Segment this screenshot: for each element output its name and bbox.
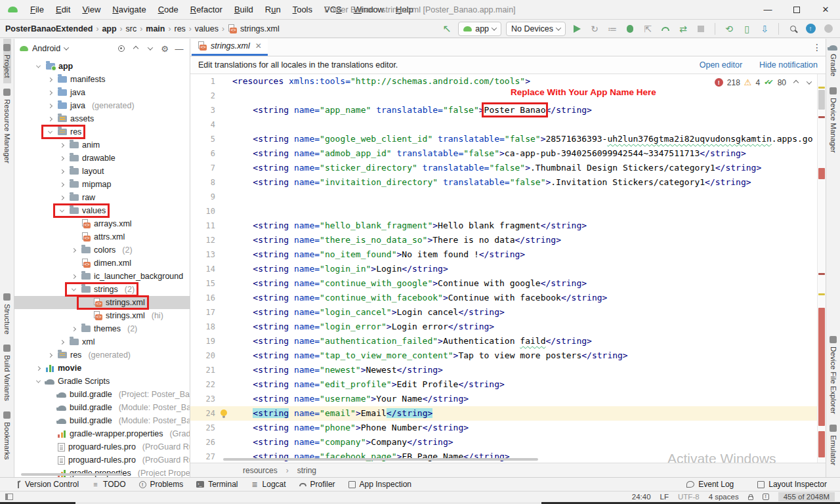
sidebar-item-structure[interactable]: Structure: [3, 288, 11, 340]
toolwin-version-control[interactable]: Version Control: [16, 480, 79, 489]
close-tab-icon[interactable]: ✕: [255, 41, 262, 51]
code-line-24[interactable]: 24 <string name="email">Email</string>: [190, 406, 826, 421]
chevron-down-icon[interactable]: [45, 131, 54, 134]
line-ending[interactable]: LF: [660, 493, 669, 501]
code-line-10[interactable]: 10: [190, 204, 826, 219]
prev-issue-icon[interactable]: [793, 79, 799, 85]
code-line-22[interactable]: 22 <string name="edit_profile">Edit Prof…: [190, 377, 826, 392]
chevron-right-icon[interactable]: [69, 249, 78, 252]
back-arrow-icon[interactable]: ↖: [440, 22, 453, 35]
toolwin-layout-inspector[interactable]: Layout Inspector: [757, 480, 827, 489]
chevron-right-icon[interactable]: [45, 91, 54, 94]
code-line-21[interactable]: 21 <string name="newest">Newest</string>: [190, 363, 826, 377]
chevron-right-icon[interactable]: [57, 341, 66, 344]
chevron-right-icon[interactable]: [57, 183, 66, 186]
project-horizontal-scrollbar[interactable]: [21, 473, 123, 476]
tree-item-strings-xml[interactable]: <>strings.xml(hi): [14, 309, 190, 322]
notification-icon[interactable]: !: [763, 494, 769, 500]
code-line-27[interactable]: 27 <string name="facebook_page">FB Page …: [190, 450, 826, 463]
menu-file[interactable]: File: [24, 0, 50, 20]
code-line-17[interactable]: 17 <string name="login_cancel">Login can…: [190, 305, 826, 320]
tree-item-raw[interactable]: raw: [14, 191, 190, 204]
profiler-button[interactable]: [659, 22, 672, 35]
chevron-right-icon[interactable]: [57, 170, 66, 173]
code-line-7[interactable]: 7 <string name="sticker_directory" trans…: [190, 161, 826, 175]
tool-window-switcher-icon[interactable]: [5, 494, 13, 500]
code-line-13[interactable]: 13 <string name="no_item_found">No item …: [190, 247, 826, 262]
tree-item-colors[interactable]: colors(2): [14, 243, 190, 257]
debug-button[interactable]: [623, 22, 637, 35]
sidebar-item-resource-manager[interactable]: Resource Manager: [3, 83, 11, 169]
chevron-right-icon[interactable]: [69, 327, 78, 331]
expand-all-button[interactable]: [131, 43, 141, 54]
code-line-11[interactable]: 11 <string name="hello_blank_fragment">H…: [190, 219, 826, 233]
tree-item-res[interactable]: res: [14, 125, 190, 138]
profile-button[interactable]: [822, 22, 835, 35]
toolwin-problems[interactable]: !Problems: [139, 480, 184, 489]
collapse-all-button[interactable]: [145, 43, 156, 54]
project-view-selector[interactable]: Android: [32, 44, 60, 53]
minimize-button[interactable]: —: [753, 0, 782, 20]
tree-item-anim[interactable]: anim: [14, 138, 190, 152]
code-line-15[interactable]: 15 <string name="continue_with_google">C…: [190, 276, 826, 291]
chevron-right-icon[interactable]: [45, 117, 54, 121]
run-configuration-select[interactable]: app: [458, 22, 501, 36]
chevron-right-icon[interactable]: [57, 144, 66, 147]
tree-item-app[interactable]: app: [14, 60, 190, 73]
tree-item-manifests[interactable]: manifests: [14, 73, 190, 86]
sidebar-item-bookmarks[interactable]: Bookmarks: [3, 406, 11, 465]
chevron-right-icon[interactable]: [45, 104, 54, 108]
chevron-right-icon[interactable]: [45, 78, 54, 81]
tree-item-gradle-scripts[interactable]: Gradle Scripts: [14, 375, 190, 388]
code-line-6[interactable]: 6 <string name="admob_app_id" translatab…: [190, 146, 826, 161]
code-line-14[interactable]: 14 <string name="login_in">Login</string…: [190, 262, 826, 276]
chevron-right-icon[interactable]: [33, 367, 43, 370]
breadcrumb-item[interactable]: app: [102, 24, 116, 33]
sidebar-item-project[interactable]: Project: [3, 39, 11, 83]
device-select[interactable]: No Devices: [506, 22, 566, 36]
sidebar-item-device-file-explorer[interactable]: Device File Explorer: [830, 331, 837, 419]
menu-view[interactable]: View: [76, 0, 106, 20]
breadcrumb-item[interactable]: res: [174, 24, 185, 33]
tree-item-drawable[interactable]: drawable: [14, 152, 190, 165]
code-line-2[interactable]: 2: [190, 89, 826, 103]
tree-item-proguard-rules-pro[interactable]: proguard-rules.pro(ProGuard Rules for: [14, 453, 190, 467]
menu-tools[interactable]: Tools: [287, 0, 318, 20]
code-line-19[interactable]: 19 <string name="authentication_failed">…: [190, 334, 826, 348]
caret-position[interactable]: 24:40: [632, 493, 651, 501]
toolwin-terminal[interactable]: ›_Terminal: [196, 480, 238, 489]
sidebar-item-gradle[interactable]: Gradle: [829, 39, 837, 82]
menu-build[interactable]: Build: [228, 0, 259, 20]
code-line-3[interactable]: 3 <string name="app_name" translatable="…: [190, 103, 826, 117]
chevron-right-icon[interactable]: [69, 275, 78, 278]
stop-button[interactable]: [694, 22, 707, 35]
code-line-12[interactable]: 12 <string name="there_is_no_data_so">Th…: [190, 233, 826, 247]
tree-item-build-gradle[interactable]: build.gradle(Module: Poster_Banao.ap: [14, 401, 190, 414]
toolwin-event-log[interactable]: Event Log: [686, 480, 734, 489]
tree-item-strings-xml[interactable]: <>strings.xml: [14, 296, 190, 309]
file-encoding[interactable]: UTF-8: [678, 493, 700, 501]
tree-item-gradle-wrapper-properties[interactable]: gradle-wrapper.properties(Gradle Versi: [14, 427, 190, 440]
toolwin-profiler[interactable]: Profiler: [299, 480, 335, 489]
menu-run[interactable]: Run: [259, 0, 287, 20]
sidebar-item-emulator[interactable]: Emulator: [830, 419, 837, 471]
menu-code[interactable]: Code: [152, 0, 184, 20]
tree-item-proguard-rules-pro[interactable]: proguard-rules.pro(ProGuard Rules for: [14, 440, 190, 453]
rerun-button[interactable]: ↻: [588, 22, 601, 35]
inspections-widget[interactable]: ! 218 ⚠ 4 ✔✔ 80: [715, 77, 811, 87]
hide-panel-button[interactable]: —: [174, 43, 184, 54]
tree-item-values[interactable]: values: [14, 204, 190, 217]
code-line-20[interactable]: 20 <string name="tap_to_view_more_conten…: [190, 348, 826, 363]
breadcrumb-item[interactable]: PosterBanaoExtended: [5, 24, 93, 33]
tab-strings-xml[interactable]: <> strings.xml ✕: [192, 39, 268, 56]
chevron-right-icon[interactable]: [57, 157, 66, 160]
run-button[interactable]: [570, 22, 583, 35]
chevron-right-icon[interactable]: [57, 196, 66, 200]
toolwin-logcat[interactable]: ≣Logcat: [251, 480, 286, 489]
tree-item-themes[interactable]: themes(2): [14, 322, 190, 335]
locate-file-button[interactable]: [116, 43, 127, 54]
intention-bulb-icon[interactable]: [220, 410, 227, 416]
tree-item-mipmap[interactable]: mipmap: [14, 178, 190, 191]
hide-notification-link[interactable]: Hide notification: [759, 60, 818, 70]
close-button[interactable]: ✕: [811, 0, 840, 20]
